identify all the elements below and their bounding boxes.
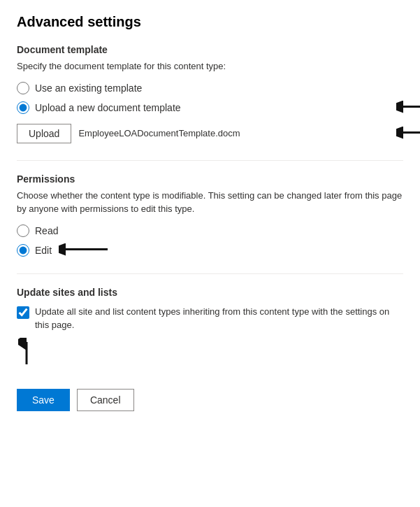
upload-row: Upload EmployeeLOADocumentTemplate.docm … <box>17 124 403 143</box>
document-template-section: Document template Specify the document t… <box>17 44 403 143</box>
radio-edit-label: Edit <box>35 245 52 256</box>
divider-2 <box>17 273 403 274</box>
radio-new-label: Upload a new document template <box>35 102 181 113</box>
page-title: Advanced settings <box>17 14 403 30</box>
update-sites-row: Update all site and list content types i… <box>17 305 403 368</box>
divider-1 <box>17 160 403 161</box>
radio-read[interactable] <box>17 224 29 237</box>
footer-buttons: Save Cancel <box>17 389 403 411</box>
permissions-radio-group: Read Edit <box>17 224 403 257</box>
permissions-section: Permissions Choose whether the content t… <box>17 173 403 257</box>
document-template-desc: Specify the document template for this c… <box>17 59 403 73</box>
update-sites-title: Update sites and lists <box>17 287 403 298</box>
arrow-annotation-up <box>18 338 403 368</box>
permissions-title: Permissions <box>17 173 403 185</box>
document-template-title: Document template <box>17 44 403 55</box>
checkbox-update-sites[interactable] <box>17 306 29 319</box>
radio-row-existing: Use an existing template <box>17 82 403 94</box>
arrow-annotation-edit <box>59 238 115 262</box>
cancel-button[interactable]: Cancel <box>77 389 134 411</box>
radio-new[interactable] <box>17 101 29 114</box>
radio-edit[interactable] <box>17 244 29 257</box>
checkbox-update-sites-label: Update all site and list content types i… <box>35 305 403 332</box>
upload-button[interactable]: Upload <box>17 124 71 143</box>
radio-row-edit: Edit <box>17 244 403 257</box>
radio-row-read: Read <box>17 224 403 237</box>
arrow-annotation-upload <box>396 122 420 145</box>
document-template-radio-group: Use an existing template Upload a new do… <box>17 82 403 114</box>
file-name: EmployeeLOADocumentTemplate.docm <box>78 128 385 138</box>
radio-read-label: Read <box>35 225 58 236</box>
checkbox-row-update: Update all site and list content types i… <box>17 305 403 332</box>
radio-existing-label: Use an existing template <box>35 83 142 94</box>
update-sites-section: Update sites and lists Update all site a… <box>17 287 403 368</box>
radio-row-new: Upload a new document template <box>17 101 403 114</box>
radio-existing[interactable] <box>17 82 29 94</box>
permissions-desc: Choose whether the content type is modif… <box>17 189 403 216</box>
save-button[interactable]: Save <box>17 389 70 411</box>
arrow-annotation-new <box>396 96 420 119</box>
